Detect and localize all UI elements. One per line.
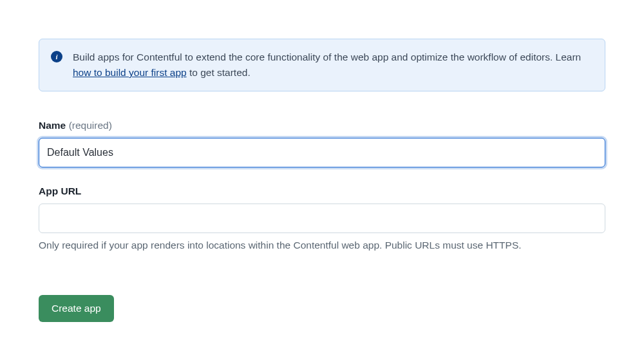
- app-url-input[interactable]: [39, 204, 605, 233]
- info-banner-text: Build apps for Contentful to extend the …: [73, 50, 593, 81]
- info-banner: i Build apps for Contentful to extend th…: [39, 39, 605, 91]
- name-input[interactable]: [39, 138, 605, 167]
- create-app-button[interactable]: Create app: [39, 295, 114, 322]
- info-text-after: to get started.: [187, 67, 251, 78]
- info-icon: i: [51, 51, 62, 62]
- name-label-row: Name (required): [39, 120, 605, 131]
- name-label: Name: [39, 120, 66, 131]
- info-text-before: Build apps for Contentful to extend the …: [73, 52, 581, 62]
- app-url-label-row: App URL: [39, 185, 605, 197]
- info-link[interactable]: how to build your first app: [73, 67, 187, 78]
- app-url-help-text: Only required if your app renders into l…: [39, 240, 605, 251]
- app-url-label: App URL: [39, 185, 81, 196]
- form-group-app-url: App URL Only required if your app render…: [39, 185, 605, 251]
- form-group-name: Name (required): [39, 120, 605, 167]
- name-required-indicator: (required): [69, 120, 112, 131]
